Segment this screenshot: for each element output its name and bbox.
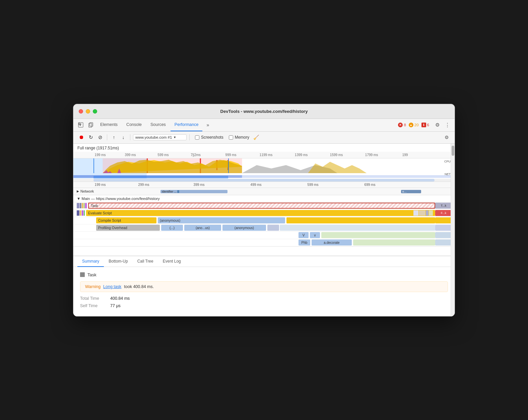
detail-ruler-599: 599 ms	[308, 183, 319, 187]
summary-right-scrollbar[interactable]	[451, 144, 455, 316]
ruler-label-199: 199 ms	[95, 153, 106, 157]
dots-label: (...)	[170, 226, 175, 230]
upload-button[interactable]: ↑	[110, 133, 118, 141]
row5-spacer	[96, 239, 297, 246]
evaluate-script-bar[interactable]: Evaluate Script	[86, 210, 435, 216]
warning-label: Warning	[85, 284, 101, 289]
tab-event-log[interactable]: Event Log	[158, 256, 186, 267]
decorate-label: a.decorate	[324, 241, 339, 244]
network-row[interactable]: ▶ Network identifier ... e...	[73, 188, 455, 195]
info-badge[interactable]: ℹ 6	[421, 123, 429, 127]
inspect-element-icon[interactable]	[76, 120, 85, 130]
network-expand-icon[interactable]: ▶	[77, 190, 79, 193]
profiling-overhead-bar[interactable]: Profiling Overhead	[96, 225, 160, 231]
warning-text: took 400.84 ms.	[124, 284, 154, 289]
tab-summary[interactable]: Summary	[77, 256, 104, 267]
mini-block	[419, 210, 425, 216]
total-time-label: Total Time	[80, 296, 110, 301]
screenshots-checkbox[interactable]	[195, 135, 199, 140]
tab-console[interactable]: Console	[122, 119, 146, 131]
net-label: NET	[445, 172, 451, 176]
window-title: DevTools - www.youtube.com/feed/history	[220, 109, 308, 114]
dots-bar[interactable]: (...)	[161, 225, 183, 231]
svg-marker-15	[308, 162, 367, 173]
close-button[interactable]	[79, 109, 83, 114]
download-button[interactable]: ↓	[119, 133, 127, 141]
self-time-value: 77 μs	[110, 303, 121, 308]
more-tabs-button[interactable]: »	[203, 120, 212, 130]
anonymous-bar-1[interactable]: (anonymous)	[158, 217, 285, 223]
evaluate-script-label: Evaluate Script	[88, 211, 112, 215]
mini-block	[85, 203, 87, 208]
tab-bottom-up[interactable]: Bottom-Up	[104, 256, 132, 267]
scrollbar-thumb[interactable]	[93, 179, 435, 182]
task-label: Task	[91, 204, 98, 208]
network-item-e[interactable]: e...	[401, 190, 421, 193]
ano-us-bar[interactable]: (ano...us)	[184, 225, 221, 231]
v-bar-1[interactable]: V	[299, 232, 309, 238]
mini-block	[280, 225, 435, 231]
memory-checkbox[interactable]	[229, 135, 233, 140]
overview-ruler: 199 ms 399 ms 599 ms 7||2ms 999 ms 1199 …	[73, 152, 455, 158]
anonymous-bar-2[interactable]: (anonymous)	[222, 225, 266, 231]
url-selector[interactable]: www.youtube.com #1 ▼	[133, 134, 187, 140]
mini-block	[80, 210, 81, 216]
flame-row-0: Task T... T...k	[73, 202, 455, 210]
detail-ruler-399: 399 ms	[194, 183, 205, 187]
row4-spacer	[96, 232, 297, 238]
phb-bar[interactable]: Phb	[299, 239, 310, 246]
phb-label: Phb	[302, 241, 308, 244]
reload-record-button[interactable]: ↻	[87, 133, 95, 141]
minimize-button[interactable]	[86, 109, 90, 114]
selection-left-marker	[93, 158, 94, 173]
overview-scrollbar[interactable]	[73, 179, 455, 182]
svg-marker-9	[103, 160, 242, 173]
detail-ruler-499: 499 ms	[251, 183, 262, 187]
v-label-1: V	[303, 233, 305, 237]
memory-toggle[interactable]: Memory	[229, 135, 249, 140]
maximize-button[interactable]	[93, 109, 97, 114]
v-bar-2[interactable]: v	[310, 232, 320, 238]
long-task-link[interactable]: Long task	[103, 284, 121, 289]
overview-timeline[interactable]: 199 ms 399 ms 599 ms 7||2ms 999 ms 1199 …	[73, 152, 455, 182]
network-item-e-label: e...	[402, 190, 407, 193]
info-icon: ℹ	[421, 123, 426, 127]
compile-far-bar	[435, 217, 452, 223]
total-time-row: Total Time 400.84 ms	[80, 296, 448, 301]
compile-script-bar[interactable]: Compile Script	[96, 217, 156, 223]
tab-call-tree[interactable]: Call Tree	[133, 256, 158, 267]
tab-sources[interactable]: Sources	[146, 119, 170, 131]
task-header: Task	[80, 272, 448, 277]
decorate-bar[interactable]: a.decorate	[312, 239, 352, 246]
task-bar[interactable]: Task T...	[88, 203, 435, 209]
warning-badge[interactable]: ▲ 20	[409, 123, 419, 127]
traffic-lights	[79, 109, 97, 114]
flame-chart-main-label: ▼ Main — https://www.youtube.com/feed/hi…	[77, 197, 160, 201]
performance-panel: Full range (1917.51ms) 199 ms 399 ms 599…	[73, 144, 455, 316]
flame-row-5: Phb a.decorate	[73, 239, 455, 247]
tab-performance[interactable]: Performance	[171, 119, 203, 131]
screenshots-toggle[interactable]: Screenshots	[195, 135, 223, 140]
settings-icon[interactable]: ⚙	[433, 120, 442, 130]
mini-block	[413, 210, 418, 216]
network-item-identifier[interactable]: identifier ...	[160, 190, 227, 193]
network-item-identifier-label: identifier ...	[162, 190, 177, 193]
clear-button[interactable]: ⊘	[96, 133, 104, 141]
error-badge[interactable]: ✕ 8	[398, 123, 406, 127]
device-toolbar-icon[interactable]	[86, 120, 95, 130]
flame-row-4: V v	[73, 232, 455, 239]
selection-right-marker	[228, 158, 229, 173]
clear-recordings-button[interactable]: 🧹	[252, 133, 260, 141]
capture-settings-icon[interactable]: ⚙	[443, 133, 451, 141]
summary-scrollbar-thumb[interactable]	[452, 146, 454, 156]
memory-label[interactable]: Memory	[235, 135, 249, 140]
compile-right-bar	[286, 217, 435, 223]
ruler-label-599: 599 ms	[158, 153, 169, 157]
decorate-right-bar	[353, 239, 435, 246]
record-button[interactable]: ⏺	[77, 133, 85, 141]
tab-elements[interactable]: Elements	[96, 119, 122, 131]
screenshots-label[interactable]: Screenshots	[201, 135, 223, 140]
more-options-icon[interactable]: ⋮	[443, 120, 452, 130]
overview-chart[interactable]: CPU NET	[73, 158, 455, 179]
self-time-row: Self Time 77 μs	[80, 303, 448, 308]
